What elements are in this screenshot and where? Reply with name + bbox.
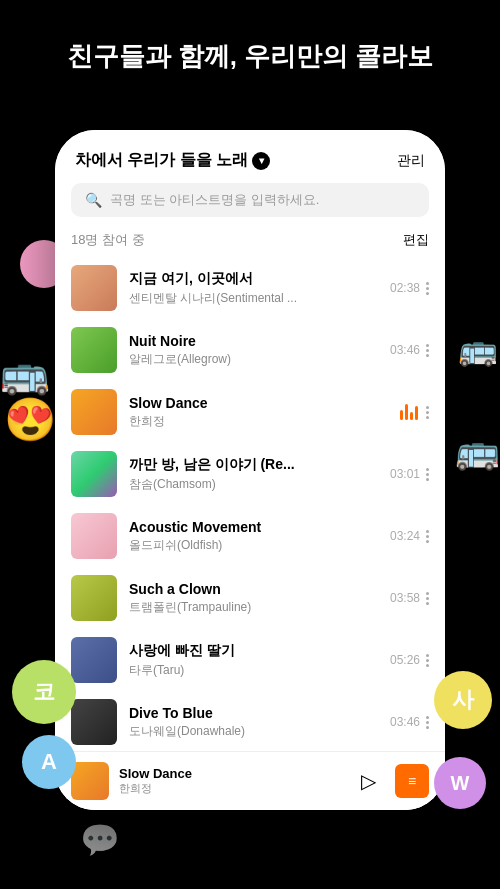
track-info: Nuit Noire알레그로(Allegrow) <box>129 333 378 368</box>
now-playing-title: Slow Dance <box>119 766 341 781</box>
a-bubble: A <box>22 735 76 789</box>
track-more-button[interactable] <box>426 344 429 357</box>
track-list: 지금 여기, 이곳에서센티멘탈 시나리(Sentimental ...02:38… <box>55 257 445 751</box>
bus-emoji-right-top: 🚌 <box>458 330 498 368</box>
chevron-down-icon[interactable]: ▾ <box>252 152 270 170</box>
track-more-button[interactable] <box>426 406 429 419</box>
w-bubble: W <box>434 757 486 809</box>
track-artist: 도나웨일(Donawhale) <box>129 723 378 740</box>
chat-emoji: 💬 <box>80 821 120 859</box>
queue-button[interactable]: ≡ <box>395 764 429 798</box>
track-name: 지금 여기, 이곳에서 <box>129 270 378 288</box>
now-playing-thumb <box>71 762 109 800</box>
track-duration: 03:46 <box>390 343 420 357</box>
track-info: Such a Clown트램폴린(Trampauline) <box>129 581 378 616</box>
love-emoji: 😍 <box>4 395 56 444</box>
track-info: 사랑에 빠진 딸기타루(Taru) <box>129 642 378 679</box>
track-item[interactable]: 까만 방, 남은 이야기 (Re...참솜(Chamsom)03:01 <box>55 443 445 505</box>
edit-button[interactable]: 편집 <box>403 231 429 249</box>
search-bar[interactable]: 🔍 곡명 또는 아티스트명을 입력하세요. <box>71 183 429 217</box>
search-icon: 🔍 <box>85 192 102 208</box>
bus-emoji-right-mid: 🚌 <box>455 430 500 472</box>
track-item[interactable]: Nuit Noire알레그로(Allegrow)03:46 <box>55 319 445 381</box>
track-name: 사랑에 빠진 딸기 <box>129 642 378 660</box>
track-name: Such a Clown <box>129 581 378 597</box>
track-more-button[interactable] <box>426 282 429 295</box>
track-artist: 참솜(Chamsom) <box>129 476 378 493</box>
now-playing-artist: 한희정 <box>119 781 341 796</box>
track-item[interactable]: Acoustic Movement올드피쉬(Oldfish)03:24 <box>55 505 445 567</box>
track-thumbnail <box>71 389 117 435</box>
track-info: Slow Dance한희정 <box>129 395 388 430</box>
track-artist: 트램폴린(Trampauline) <box>129 599 378 616</box>
track-thumbnail <box>71 327 117 373</box>
track-artist: 알레그로(Allegrow) <box>129 351 378 368</box>
play-button[interactable]: ▷ <box>351 764 385 798</box>
track-more-button[interactable] <box>426 468 429 481</box>
track-name: Slow Dance <box>129 395 388 411</box>
participant-count: 18명 참여 중 <box>71 231 145 249</box>
track-info: Acoustic Movement올드피쉬(Oldfish) <box>129 519 378 554</box>
track-artist: 타루(Taru) <box>129 662 378 679</box>
track-thumbnail <box>71 575 117 621</box>
now-playing-bar[interactable]: Slow Dance 한희정 ▷ ≡ <box>55 751 445 810</box>
track-item[interactable]: Such a Clown트램폴린(Trampauline)03:58 <box>55 567 445 629</box>
track-duration: 03:01 <box>390 467 420 481</box>
playlist-title[interactable]: 차에서 우리가 들을 노래 ▾ <box>75 150 270 171</box>
track-item[interactable]: 사랑에 빠진 딸기타루(Taru)05:26 <box>55 629 445 691</box>
track-duration: 03:24 <box>390 529 420 543</box>
track-name: Nuit Noire <box>129 333 378 349</box>
track-thumbnail <box>71 451 117 497</box>
track-name: 까만 방, 남은 이야기 (Re... <box>129 456 378 474</box>
track-item[interactable]: Dive To Blue도나웨일(Donawhale)03:46 <box>55 691 445 751</box>
bus-emoji-left: 🚌 <box>0 350 50 397</box>
participant-bar: 18명 참여 중 편집 <box>55 227 445 257</box>
track-item[interactable]: Slow Dance한희정 <box>55 381 445 443</box>
track-info: 지금 여기, 이곳에서센티멘탈 시나리(Sentimental ... <box>129 270 378 307</box>
track-artist: 올드피쉬(Oldfish) <box>129 537 378 554</box>
track-item[interactable]: 지금 여기, 이곳에서센티멘탈 시나리(Sentimental ...02:38 <box>55 257 445 319</box>
track-duration: 03:58 <box>390 591 420 605</box>
manage-button[interactable]: 관리 <box>397 152 425 170</box>
playlist-header: 차에서 우리가 들을 노래 ▾ 관리 <box>55 130 445 179</box>
track-more-button[interactable] <box>426 592 429 605</box>
queue-icon: ≡ <box>408 773 416 789</box>
phone-content: 차에서 우리가 들을 노래 ▾ 관리 🔍 곡명 또는 아티스트명을 입력하세요.… <box>55 130 445 810</box>
track-artist: 한희정 <box>129 413 388 430</box>
track-duration: 05:26 <box>390 653 420 667</box>
hero-heading: 친구들과 함께, 우리만의 콜라보 <box>0 38 500 74</box>
track-info: Dive To Blue도나웨일(Donawhale) <box>129 705 378 740</box>
track-duration: 03:46 <box>390 715 420 729</box>
track-thumbnail <box>71 513 117 559</box>
track-name: Dive To Blue <box>129 705 378 721</box>
track-thumbnail <box>71 699 117 745</box>
track-more-button[interactable] <box>426 530 429 543</box>
track-duration: 02:38 <box>390 281 420 295</box>
track-thumbnail <box>71 265 117 311</box>
phone-frame: 차에서 우리가 들을 노래 ▾ 관리 🔍 곡명 또는 아티스트명을 입력하세요.… <box>55 130 445 810</box>
track-thumbnail <box>71 637 117 683</box>
track-more-button[interactable] <box>426 654 429 667</box>
track-name: Acoustic Movement <box>129 519 378 535</box>
track-artist: 센티멘탈 시나리(Sentimental ... <box>129 290 378 307</box>
track-info: 까만 방, 남은 이야기 (Re...참솜(Chamsom) <box>129 456 378 493</box>
now-playing-info: Slow Dance 한희정 <box>119 766 341 796</box>
playing-bars-icon <box>400 404 418 420</box>
sa-bubble: 사 <box>434 671 492 729</box>
ko-bubble: 코 <box>12 660 76 724</box>
track-more-button[interactable] <box>426 716 429 729</box>
search-input[interactable]: 곡명 또는 아티스트명을 입력하세요. <box>110 191 319 209</box>
